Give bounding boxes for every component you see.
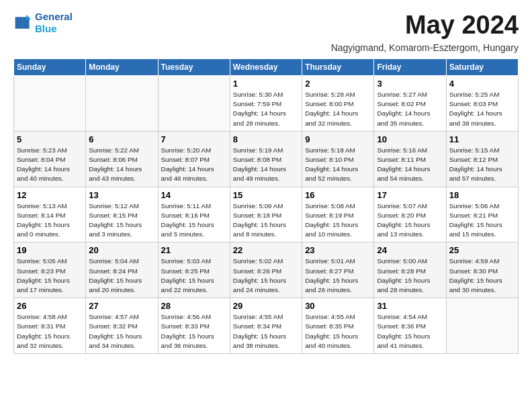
location-subtitle: Nagyigmand, Komarom-Esztergom, Hungary xyxy=(13,42,519,53)
weekday-header: Sunday xyxy=(14,59,86,76)
day-info: Sunrise: 5:08 AMSunset: 8:19 PMDaylight:… xyxy=(305,201,371,240)
day-number: 13 xyxy=(89,190,154,200)
day-number: 31 xyxy=(377,301,443,311)
calendar-cell: 7Sunrise: 5:20 AMSunset: 8:07 PMDaylight… xyxy=(158,131,230,187)
day-info: Sunrise: 4:55 AMSunset: 8:35 PMDaylight:… xyxy=(305,312,371,351)
calendar-cell: 14Sunrise: 5:11 AMSunset: 8:16 PMDayligh… xyxy=(158,187,230,242)
calendar-cell xyxy=(446,298,518,354)
month-title: May 2024 xyxy=(405,11,519,40)
day-info: Sunrise: 5:20 AMSunset: 8:07 PMDaylight:… xyxy=(161,146,227,184)
weekday-header: Friday xyxy=(374,59,446,76)
day-number: 30 xyxy=(305,301,371,311)
day-info: Sunrise: 5:19 AMSunset: 8:08 PMDaylight:… xyxy=(233,146,299,184)
day-info: Sunrise: 5:27 AMSunset: 8:02 PMDaylight:… xyxy=(377,90,443,128)
day-info: Sunrise: 5:09 AMSunset: 8:18 PMDaylight:… xyxy=(233,201,299,240)
calendar-cell: 24Sunrise: 5:00 AMSunset: 8:28 PMDayligh… xyxy=(374,242,446,298)
calendar-cell: 17Sunrise: 5:07 AMSunset: 8:20 PMDayligh… xyxy=(374,187,446,242)
svg-rect-1 xyxy=(15,17,23,29)
calendar-cell: 23Sunrise: 5:01 AMSunset: 8:27 PMDayligh… xyxy=(302,242,374,298)
calendar-cell: 28Sunrise: 4:56 AMSunset: 8:33 PMDayligh… xyxy=(158,298,230,354)
day-number: 6 xyxy=(89,134,154,144)
calendar-cell: 1Sunrise: 5:30 AMSunset: 7:59 PMDaylight… xyxy=(230,76,302,132)
day-number: 14 xyxy=(161,190,227,200)
calendar-cell: 12Sunrise: 5:13 AMSunset: 8:14 PMDayligh… xyxy=(14,187,86,242)
calendar-cell xyxy=(14,76,86,132)
calendar-cell: 16Sunrise: 5:08 AMSunset: 8:19 PMDayligh… xyxy=(302,187,374,242)
calendar-cell: 26Sunrise: 4:58 AMSunset: 8:31 PMDayligh… xyxy=(14,298,86,354)
day-info: Sunrise: 4:55 AMSunset: 8:34 PMDaylight:… xyxy=(233,312,299,351)
calendar-cell: 2Sunrise: 5:28 AMSunset: 8:00 PMDaylight… xyxy=(302,76,374,132)
calendar-cell xyxy=(158,76,230,132)
day-info: Sunrise: 5:06 AMSunset: 8:21 PMDaylight:… xyxy=(449,201,515,240)
day-number: 16 xyxy=(305,190,371,200)
day-number: 15 xyxy=(233,190,299,200)
day-info: Sunrise: 5:07 AMSunset: 8:20 PMDaylight:… xyxy=(377,201,443,240)
calendar-cell: 6Sunrise: 5:22 AMSunset: 8:06 PMDaylight… xyxy=(86,131,158,187)
calendar-cell: 9Sunrise: 5:18 AMSunset: 8:10 PMDaylight… xyxy=(302,131,374,187)
calendar-table: SundayMondayTuesdayWednesdayThursdayFrid… xyxy=(13,58,519,354)
calendar-cell: 29Sunrise: 4:55 AMSunset: 8:34 PMDayligh… xyxy=(230,298,302,354)
page-header: General Blue May 2024 xyxy=(13,11,519,40)
calendar-week-row: 1Sunrise: 5:30 AMSunset: 7:59 PMDaylight… xyxy=(14,76,519,132)
day-number: 23 xyxy=(305,245,371,255)
calendar-week-row: 19Sunrise: 5:05 AMSunset: 8:23 PMDayligh… xyxy=(14,242,519,298)
day-number: 1 xyxy=(233,79,299,89)
day-info: Sunrise: 5:18 AMSunset: 8:10 PMDaylight:… xyxy=(305,146,371,184)
calendar-cell: 5Sunrise: 5:23 AMSunset: 8:04 PMDaylight… xyxy=(14,131,86,187)
calendar-week-row: 26Sunrise: 4:58 AMSunset: 8:31 PMDayligh… xyxy=(14,298,519,354)
day-info: Sunrise: 5:23 AMSunset: 8:04 PMDaylight:… xyxy=(17,146,83,184)
calendar-cell: 30Sunrise: 4:55 AMSunset: 8:35 PMDayligh… xyxy=(302,298,374,354)
day-number: 29 xyxy=(233,301,299,311)
day-info: Sunrise: 5:15 AMSunset: 8:12 PMDaylight:… xyxy=(449,146,515,184)
calendar-cell: 22Sunrise: 5:02 AMSunset: 8:26 PMDayligh… xyxy=(230,242,302,298)
day-number: 10 xyxy=(377,134,443,144)
day-number: 11 xyxy=(449,134,515,144)
day-number: 3 xyxy=(377,79,443,89)
calendar-cell: 25Sunrise: 4:59 AMSunset: 8:30 PMDayligh… xyxy=(446,242,518,298)
day-info: Sunrise: 4:59 AMSunset: 8:30 PMDaylight:… xyxy=(449,257,515,295)
calendar-body: 1Sunrise: 5:30 AMSunset: 7:59 PMDaylight… xyxy=(14,76,519,354)
logo-icon xyxy=(13,13,32,32)
day-info: Sunrise: 5:02 AMSunset: 8:26 PMDaylight:… xyxy=(233,257,299,295)
day-info: Sunrise: 5:30 AMSunset: 7:59 PMDaylight:… xyxy=(233,90,299,128)
day-number: 7 xyxy=(161,134,227,144)
day-number: 8 xyxy=(233,134,299,144)
calendar-cell: 8Sunrise: 5:19 AMSunset: 8:08 PMDaylight… xyxy=(230,131,302,187)
day-info: Sunrise: 4:54 AMSunset: 8:36 PMDaylight:… xyxy=(377,312,443,351)
day-number: 25 xyxy=(449,245,515,255)
calendar-cell: 27Sunrise: 4:57 AMSunset: 8:32 PMDayligh… xyxy=(86,298,158,354)
day-info: Sunrise: 5:01 AMSunset: 8:27 PMDaylight:… xyxy=(305,257,371,295)
day-info: Sunrise: 5:04 AMSunset: 8:24 PMDaylight:… xyxy=(89,257,154,295)
calendar-cell: 20Sunrise: 5:04 AMSunset: 8:24 PMDayligh… xyxy=(86,242,158,298)
calendar-cell: 15Sunrise: 5:09 AMSunset: 8:18 PMDayligh… xyxy=(230,187,302,242)
day-info: Sunrise: 4:56 AMSunset: 8:33 PMDaylight:… xyxy=(161,312,227,351)
calendar-cell: 21Sunrise: 5:03 AMSunset: 8:25 PMDayligh… xyxy=(158,242,230,298)
day-number: 21 xyxy=(161,245,227,255)
day-number: 4 xyxy=(449,79,515,89)
svg-marker-3 xyxy=(26,15,31,19)
day-number: 22 xyxy=(233,245,299,255)
day-info: Sunrise: 5:16 AMSunset: 8:11 PMDaylight:… xyxy=(377,146,443,184)
weekday-header: Wednesday xyxy=(230,59,302,76)
calendar-cell: 4Sunrise: 5:25 AMSunset: 8:03 PMDaylight… xyxy=(446,76,518,132)
day-number: 26 xyxy=(17,301,83,311)
calendar-cell: 31Sunrise: 4:54 AMSunset: 8:36 PMDayligh… xyxy=(374,298,446,354)
day-info: Sunrise: 5:12 AMSunset: 8:15 PMDaylight:… xyxy=(89,201,154,240)
calendar-cell: 11Sunrise: 5:15 AMSunset: 8:12 PMDayligh… xyxy=(446,131,518,187)
day-number: 2 xyxy=(305,79,371,89)
weekday-header: Saturday xyxy=(446,59,518,76)
day-number: 12 xyxy=(17,190,83,200)
day-info: Sunrise: 5:13 AMSunset: 8:14 PMDaylight:… xyxy=(17,201,83,240)
calendar-cell: 10Sunrise: 5:16 AMSunset: 8:11 PMDayligh… xyxy=(374,131,446,187)
calendar-cell xyxy=(86,76,158,132)
day-number: 9 xyxy=(305,134,371,144)
calendar-cell: 18Sunrise: 5:06 AMSunset: 8:21 PMDayligh… xyxy=(446,187,518,242)
day-number: 20 xyxy=(89,245,154,255)
weekday-header: Monday xyxy=(86,59,158,76)
logo-text: General Blue xyxy=(35,11,73,35)
logo: General Blue xyxy=(13,11,73,35)
calendar-cell: 19Sunrise: 5:05 AMSunset: 8:23 PMDayligh… xyxy=(14,242,86,298)
calendar-week-row: 5Sunrise: 5:23 AMSunset: 8:04 PMDaylight… xyxy=(14,131,519,187)
day-info: Sunrise: 5:28 AMSunset: 8:00 PMDaylight:… xyxy=(305,90,371,128)
day-info: Sunrise: 4:57 AMSunset: 8:32 PMDaylight:… xyxy=(89,312,154,351)
